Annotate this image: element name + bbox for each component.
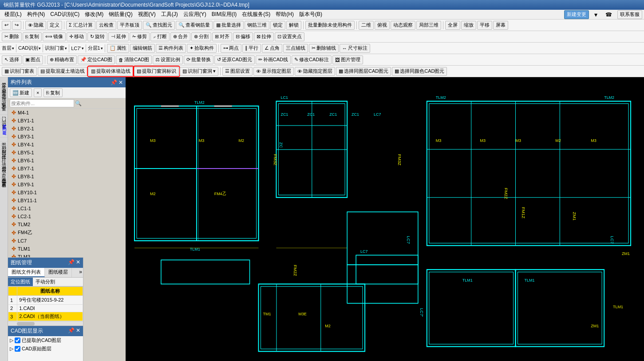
- nav-window-a[interactable]: 窗(A): [0, 101, 8, 111]
- nav-hole[interactable]: 洞: [0, 115, 8, 119]
- comp-list-button[interactable]: ☰构件列表: [156, 44, 186, 53]
- nav-drawing[interactable]: 图: [0, 137, 8, 141]
- list-item[interactable]: ✤LC1-1: [8, 204, 126, 212]
- menu-component[interactable]: 构件(N): [24, 10, 48, 19]
- nav-wall2[interactable]: 墙: [0, 157, 8, 161]
- batch-replace-button[interactable]: ⟳批量替换: [184, 55, 213, 64]
- list-item[interactable]: ✤LBY10-1: [8, 188, 126, 196]
- drag-button[interactable]: ⊠拉伸: [254, 32, 274, 41]
- angle-button[interactable]: ∠点角: [262, 44, 282, 53]
- trim-button[interactable]: ✁修剪: [130, 32, 150, 41]
- search-icon[interactable]: 🔍: [75, 100, 82, 106]
- list-item[interactable]: ✤LC7: [8, 237, 126, 245]
- grab-comp-button[interactable]: ✦拾取构件: [187, 44, 217, 53]
- unlock-button[interactable]: 解锁: [286, 21, 301, 30]
- list-item[interactable]: ✤LBY1-1: [8, 117, 126, 125]
- parallel-button[interactable]: ∥平行: [242, 44, 261, 53]
- layer-dropdown[interactable]: 分层1 ▾: [88, 45, 103, 51]
- list-item[interactable]: ✤LC2-1: [8, 212, 126, 220]
- nav-door-window-hole[interactable]: 门窗洞: [0, 161, 8, 165]
- menu-steel-qty[interactable]: 钢筋量(Q): [106, 10, 135, 19]
- split-button[interactable]: ⊗分割: [191, 32, 211, 41]
- contact-button[interactable]: 联系客服: [617, 10, 642, 19]
- close-layers-icon[interactable]: ✕: [76, 327, 80, 335]
- list-item[interactable]: ✤FM4乙: [8, 228, 126, 237]
- list-item[interactable]: ✤LBY5-1: [8, 149, 126, 157]
- redo-button[interactable]: ↪: [12, 21, 21, 30]
- dynamic-view-button[interactable]: 动态观察: [391, 21, 415, 30]
- view-steel-button[interactable]: 🔍查看钢筋量: [176, 21, 213, 30]
- three-point-aux-button[interactable]: 三点辅线: [283, 44, 308, 53]
- select-button[interactable]: ↖选择: [2, 55, 22, 64]
- table-row[interactable]: 1 9号住宅楼2015-9-22: [8, 296, 83, 305]
- move-button[interactable]: ✛移动: [67, 32, 87, 41]
- undo-button[interactable]: ↩: [2, 21, 11, 30]
- define-button[interactable]: 定义: [47, 21, 62, 30]
- set-vertex-button[interactable]: ⊡设置夹点: [275, 32, 304, 41]
- list-item[interactable]: ✤LBY8-1: [8, 173, 126, 180]
- steel-3d-button[interactable]: 钢筋三维: [245, 21, 269, 30]
- layer-extracted-checkbox[interactable]: [15, 337, 20, 343]
- list-item[interactable]: ✤LBY11-1: [8, 196, 126, 204]
- menu-cad[interactable]: CAD识别(C): [47, 10, 82, 19]
- set-scale-button[interactable]: ⚖设置比例: [153, 55, 183, 64]
- copy-button[interactable]: ⎘复制: [23, 32, 42, 41]
- extract-brick-edge-button[interactable]: ▥提取砖体墙边线: [88, 67, 133, 76]
- menu-modify[interactable]: 修改(M): [82, 10, 106, 19]
- h-scrollbar-thumb[interactable]: [17, 322, 35, 326]
- menu-cloud[interactable]: 云应用(Y): [181, 10, 209, 19]
- cad-canvas[interactable]: M3 M3 M2 M2 FM4乙 TLM2 TLM1 ZC1 ZC1 ZC1: [126, 77, 644, 361]
- list-item[interactable]: ✤LBY6-1: [8, 157, 126, 165]
- layer-original[interactable]: ▷ CAD原始图层: [8, 345, 83, 353]
- search-input[interactable]: [10, 99, 74, 107]
- modify-cad-label-button[interactable]: ✎修改CAD标注: [292, 55, 332, 64]
- lc7-dropdown[interactable]: LC7' ▾: [71, 46, 83, 51]
- extract-door-window-mark-button[interactable]: ▧提取门窗洞标识: [134, 67, 179, 76]
- view-2d-button[interactable]: 二维: [359, 21, 374, 30]
- merge-button[interactable]: ⊕合并: [170, 32, 190, 41]
- close-components-icon[interactable]: ✕: [119, 79, 123, 86]
- nav-new[interactable]: NEW: [0, 123, 8, 137]
- list-item[interactable]: ✤TLM3: [8, 253, 126, 257]
- list-item[interactable]: ✤LBY3-1: [8, 133, 126, 141]
- nav-input[interactable]: 输入: [0, 81, 8, 85]
- pin-drawing-icon[interactable]: 📌: [68, 259, 75, 267]
- menu-bim[interactable]: BIM应用(I): [209, 10, 240, 19]
- rotate-button[interactable]: ↻旋转: [87, 32, 107, 41]
- layer-settings-button[interactable]: ☰图层设置: [222, 67, 253, 76]
- nav-identify[interactable]: 识别: [0, 141, 8, 145]
- close-drawing-icon[interactable]: ✕: [76, 259, 80, 267]
- copy-component-button[interactable]: ⎘复制: [43, 88, 63, 97]
- local-3d-button[interactable]: 局部三维: [416, 21, 441, 30]
- sum-button[interactable]: Σ 汇总计算: [66, 21, 95, 30]
- door-window-dropdown[interactable]: 识别门窗 ▾: [45, 45, 67, 51]
- flatten-button[interactable]: 平齐板顶: [117, 21, 142, 30]
- subtab-locate[interactable]: 定位图纸: [8, 278, 33, 286]
- clear-cad-button[interactable]: 🗑清除CAD图: [116, 55, 152, 64]
- locate-cad-button[interactable]: 📌定位CAD图: [78, 55, 115, 64]
- precise-button[interactable]: ⊕精确布置: [47, 55, 77, 64]
- hide-layer-button[interactable]: 👁隐藏指定图层: [295, 67, 335, 76]
- tab-drawing-file-list[interactable]: 图纸文件列表: [8, 268, 45, 277]
- pic-manage-button[interactable]: 🖼图片管理: [332, 55, 363, 64]
- show-layer-button[interactable]: 👁显示指定图层: [253, 67, 294, 76]
- pan-button[interactable]: 平移: [477, 21, 492, 30]
- list-item[interactable]: ✤LBY2-1: [8, 125, 126, 133]
- identify-door-window-button[interactable]: ▨识别门窗洞▾: [180, 67, 218, 76]
- nav-beam[interactable]: 梁: [0, 165, 8, 169]
- nav-col-detail[interactable]: 柱大样: [0, 149, 8, 153]
- hide-button[interactable]: 👁隐藏: [25, 21, 46, 30]
- extend-button[interactable]: ⊣延伸: [108, 32, 129, 41]
- nav-settings[interactable]: 设置: [0, 77, 8, 81]
- nav-door[interactable]: 门: [0, 111, 8, 115]
- lock-button[interactable]: 锁定: [270, 21, 285, 30]
- del-aux-button[interactable]: ✂删除辅线: [309, 44, 339, 53]
- nav-col[interactable]: 柱: [0, 153, 8, 157]
- list-item[interactable]: ✤TLM1: [8, 245, 126, 253]
- new-component-button[interactable]: 🆕新建: [10, 88, 32, 97]
- cad-id-dropdown[interactable]: CAD识别 ▾: [18, 45, 41, 51]
- delete-button[interactable]: ✂删除: [2, 32, 22, 41]
- layer-original-checkbox[interactable]: [15, 346, 20, 352]
- batch-delete-button[interactable]: 批量删除未使用构件: [305, 21, 355, 30]
- layer-extracted[interactable]: ▷ 已提取的CAD图层: [8, 336, 83, 345]
